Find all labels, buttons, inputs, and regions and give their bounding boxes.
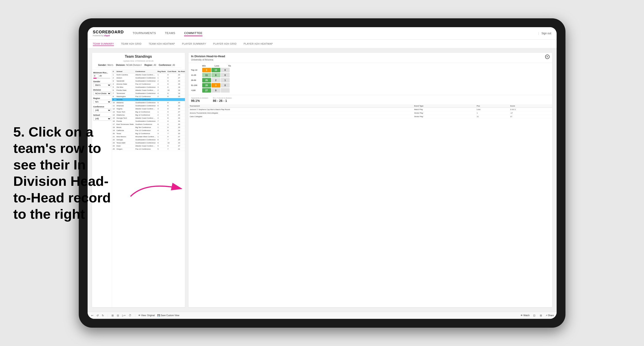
- table-row[interactable]: 16 Florida Southeastern Conference 7 9 2…: [112, 120, 185, 123]
- rounds-cell: 27: [177, 76, 185, 80]
- table-row[interactable]: 13 Texas Tech Big 12 Conference 1 9 27 2: [112, 111, 185, 114]
- tool-btn-4[interactable]: ⏱: [128, 314, 132, 318]
- table-row[interactable]: 7 Tennessee Southeastern Conference 4 6 …: [112, 92, 185, 95]
- undo-button[interactable]: ↩: [90, 314, 94, 318]
- watch-button[interactable]: 👁 Watch: [520, 314, 530, 317]
- h2h-rows: Top 10 3 13 0 11-25 11 8 0 26-50 25 2 1 …: [191, 68, 550, 93]
- rounds-cell: 24: [177, 117, 185, 120]
- table-row[interactable]: 15 Georgia Tech Atlantic Coast Conferenc…: [112, 117, 185, 120]
- toolbar-sep-1: |: [108, 314, 108, 317]
- sub-nav-player-h2h-grid[interactable]: PLAYER H2H GRID: [213, 41, 237, 46]
- rank-cell: 3: [112, 80, 116, 83]
- close-button[interactable]: ×: [545, 55, 550, 59]
- h2h-tie-cell: 1: [221, 78, 230, 82]
- nav-tournaments[interactable]: TOURNAMENTS: [133, 30, 156, 36]
- table-row[interactable]: 4 Arizona State Pac-12 Conference 4 6 26…: [112, 83, 185, 86]
- share-button[interactable]: ↗ Share: [546, 314, 554, 317]
- sub-nav-player-h2h-heatmap[interactable]: PLAYER H2H HEATMAP: [244, 41, 273, 46]
- table-row[interactable]: 10 Alabama Southeastern Conference 5 8 2…: [112, 101, 185, 104]
- sub-nav: TEAM SUMMARY TEAM H2H GRID TEAM H2H HEAT…: [88, 39, 556, 48]
- rank-cell: 15: [112, 117, 116, 120]
- conf-rank-cell: 6: [166, 86, 177, 89]
- conference-cell: Southeastern Conference: [134, 104, 157, 107]
- h2h-row: >100 27 0: [191, 88, 550, 93]
- panel-header: Team Standings Update time: 27/03/2024 1…: [92, 53, 185, 70]
- reg-rank-cell: 9: [157, 141, 166, 145]
- reg-rank-cell: 2: [157, 95, 166, 98]
- stats-row: Opponents in division: 99.1% W-L-T recor…: [188, 95, 552, 104]
- rounds-cell: 24: [177, 129, 185, 132]
- col-rounds: No Rnds: [177, 70, 185, 73]
- reg-rank-cell: 7: [157, 120, 166, 123]
- toolbar-icon-1[interactable]: ⊡: [532, 314, 536, 318]
- rank-cell: 13: [112, 111, 116, 114]
- redo-button-2[interactable]: ↻: [101, 314, 105, 318]
- view-label: View: Original: [141, 314, 155, 317]
- tournament-row[interactable]: Cabo Collegiate Stroke Play 11 17: [188, 115, 552, 118]
- h2h-team-name: University of Arizona: [191, 58, 225, 61]
- rounds-cell: 23: [177, 73, 185, 76]
- reg-rank-cell: 6: [157, 104, 166, 107]
- tool-btn-1[interactable]: ⊞: [110, 314, 114, 318]
- rank-cell: 10: [112, 101, 116, 104]
- reg-rank-cell: 8: [157, 123, 166, 126]
- tournament-name-cell: Jackson T. Stephens Cup Men's Match-Play…: [188, 108, 413, 111]
- conf-rank-cell: 8: [166, 104, 177, 107]
- table-row[interactable]: 6 Florida State Atlantic Coast Conferenc…: [112, 89, 185, 92]
- reg-rank-cell: 1: [157, 73, 166, 76]
- conference-filter-label: Conference: [93, 106, 110, 108]
- table-row[interactable]: 8 Washington Pac-12 Conference 2 8 23 1: [112, 95, 185, 98]
- reg-rank-cell: 2: [157, 114, 166, 117]
- min-rounds-input[interactable]: [93, 74, 99, 77]
- table-row[interactable]: 14 Oklahoma Big 12 Conference 2 9 24 2: [112, 114, 185, 117]
- gender-select[interactable]: Men's: [93, 83, 111, 87]
- conference-cell: Pac-12 Conference: [134, 148, 157, 151]
- sign-out-label[interactable]: Sign out: [541, 32, 551, 35]
- school-filter: School (All): [93, 114, 110, 121]
- table-row[interactable]: 12 Virginia Atlantic Coast Conference 3 …: [112, 107, 185, 111]
- table-row[interactable]: 11 Arkansas Southeastern Conference 6 8 …: [112, 104, 185, 107]
- rounds-cell: 27: [177, 145, 185, 148]
- tool-btn-2[interactable]: ⊟: [116, 314, 120, 318]
- view-original-button[interactable]: 👁 View: Original: [138, 314, 155, 317]
- table-row[interactable]: 2 Auburn Southeastern Conference 1 9 27 …: [112, 76, 185, 80]
- region-select[interactable]: N/A: [93, 100, 111, 104]
- conf-rank-cell: 9: [166, 126, 177, 129]
- conference-cell: Southeastern Conference: [134, 138, 157, 141]
- redo-button-1[interactable]: ↺: [96, 314, 100, 318]
- conference-select[interactable]: (All): [93, 108, 111, 112]
- table-row[interactable]: 5 Ole Miss Southeastern Conference 3 6 1…: [112, 86, 185, 89]
- sign-out[interactable]: | Sign out: [538, 32, 551, 35]
- school-cell: Ole Miss: [116, 86, 134, 89]
- h2h-label: 11-25: [191, 74, 202, 76]
- conf-rank-cell: 9: [166, 111, 177, 114]
- nav-committee[interactable]: COMMITTEE: [184, 30, 202, 36]
- tool-btn-3[interactable]: ▷+: [121, 314, 126, 318]
- school-cell: Florida: [116, 120, 134, 123]
- rank-cell: 4: [112, 83, 116, 86]
- toolbar-icon-2[interactable]: ⊞: [539, 314, 543, 318]
- sub-nav-player-summary[interactable]: PLAYER SUMMARY: [182, 41, 206, 46]
- nav-teams[interactable]: TEAMS: [165, 30, 175, 36]
- conference-cell: Pac-12 Conference: [134, 129, 157, 132]
- conference-cell: Big Ten Conference: [134, 126, 157, 129]
- school-select[interactable]: (All): [93, 117, 111, 121]
- wlt-value: 86 - 26 - 1: [213, 99, 232, 103]
- tournament-row[interactable]: Jackson T. Stephens Cup Men's Match-Play…: [188, 108, 552, 111]
- sub-nav-team-h2h-grid[interactable]: TEAM H2H GRID: [121, 41, 142, 46]
- tournament-row[interactable]: Arizona Thunderbirds Intercollegiate Str…: [188, 111, 552, 115]
- rounds-cell: 24: [177, 120, 185, 123]
- save-custom-view-button[interactable]: 💾 Save Custom View: [157, 314, 179, 317]
- h2h-loss-cell: 8: [212, 73, 220, 77]
- table-row[interactable]: 9 Arizona Pac-12 Conference: [112, 98, 185, 101]
- sub-nav-team-summary[interactable]: TEAM SUMMARY: [93, 41, 114, 46]
- conference-cell: Southeastern Conference: [134, 80, 157, 83]
- table-row[interactable]: 1 North Carolina Atlantic Coast Conferen…: [112, 73, 185, 76]
- col-loss-label: Loss: [214, 65, 219, 67]
- school-cell: Washington: [116, 95, 134, 98]
- school-cell: Arizona: [116, 98, 134, 101]
- bottom-toolbar: ↩ ↺ ↻ | ⊞ ⊟ ▷+ ⏱ | 👁 View: Original 💾: [88, 312, 556, 319]
- sub-nav-team-h2h-heatmap[interactable]: TEAM H2H HEATMAP: [149, 41, 175, 46]
- division-select[interactable]: NCAA Division I: [93, 91, 111, 95]
- table-row[interactable]: 3 Vanderbilt Southeastern Conference 2 8…: [112, 80, 185, 83]
